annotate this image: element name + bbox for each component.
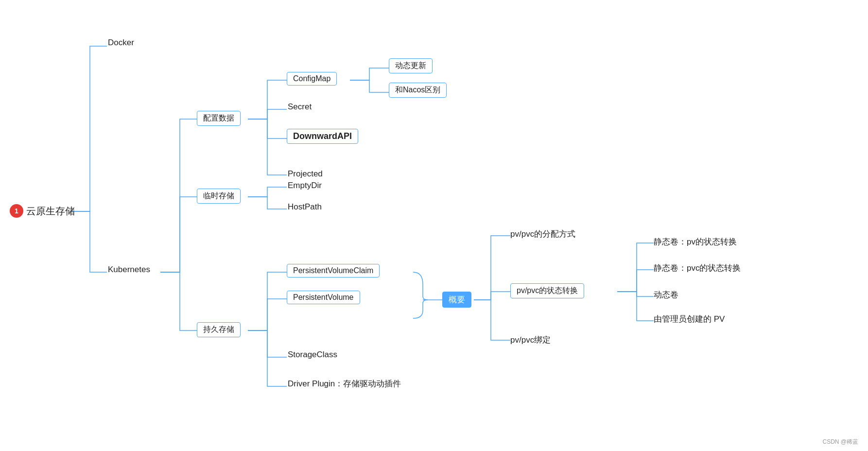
node-configmap: ConfigMap	[287, 72, 337, 86]
node-temp-storage: 临时存储	[197, 189, 241, 204]
node-persistent-storage: 持久存储	[197, 322, 241, 337]
node-kubernetes: Kubernetes	[108, 265, 150, 275]
node-overview: 概要	[442, 292, 471, 308]
node-nacos-compare: 和Nacos区别	[389, 83, 447, 98]
node-driver-plugin: Driver Plugin：存储驱动动插件	[288, 378, 401, 389]
node-downward-api: DownwardAPI	[287, 129, 358, 144]
node-docker: Docker	[108, 38, 134, 48]
root-badge: 1	[10, 204, 23, 218]
node-pvpvc-bind: pv/pvc绑定	[510, 334, 551, 346]
connector-lines	[0, 0, 868, 451]
node-pvc: PersistentVolumeClaim	[287, 264, 380, 278]
node-emptydir: EmptyDir	[288, 181, 322, 191]
node-hostpath: HostPath	[288, 202, 322, 212]
node-admin-created-pv: 由管理员创建的 PV	[654, 313, 725, 325]
node-pvpvc-status: pv/pvc的状态转换	[510, 283, 584, 298]
node-static-pv-status: 静态卷：pv的状态转换	[654, 236, 737, 247]
diagram-container: 1 云原生存储 Docker Kubernetes 配置数据 临时存储 持久存储…	[0, 0, 868, 451]
node-pv: PersistentVolume	[287, 291, 360, 304]
watermark: CSDN @稀蓝	[822, 438, 858, 446]
node-pvpvc-alloc: pv/pvc的分配方式	[510, 228, 575, 240]
root-label: 云原生存储	[26, 205, 75, 218]
node-dynamic-update: 动态更新	[389, 58, 433, 73]
node-config-data: 配置数据	[197, 111, 241, 126]
root-node: 1 云原生存储	[10, 204, 75, 218]
node-dynamic-vol: 动态卷	[654, 289, 678, 300]
node-secret: Secret	[288, 102, 312, 112]
node-storageclass: StorageClass	[288, 350, 337, 360]
node-static-pvc-status: 静态卷：pvc的状态转换	[654, 262, 741, 274]
node-projected: Projected	[288, 169, 323, 179]
